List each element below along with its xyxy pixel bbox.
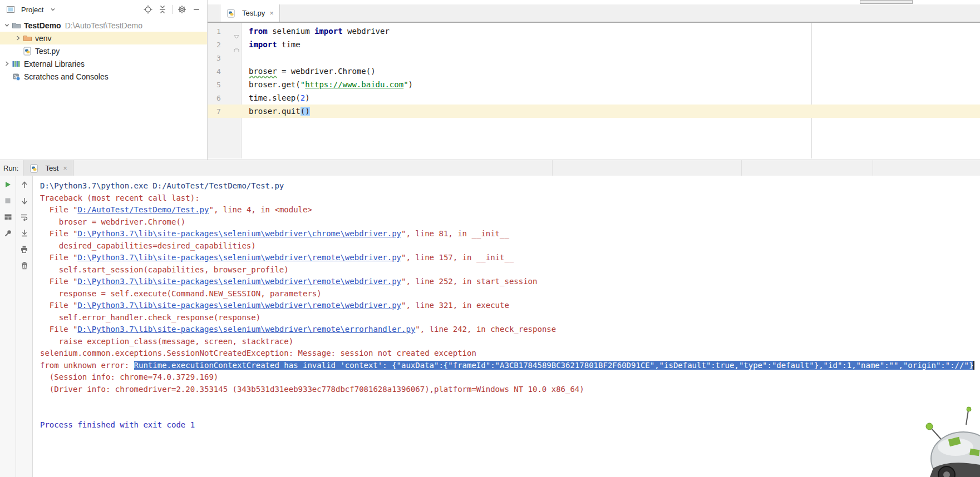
tree-item-external-libraries[interactable]: External Libraries [0,57,207,70]
console-text: desired_capabilities=desired_capabilitie… [40,241,256,250]
tab-test-py[interactable]: Test.py × [220,4,280,22]
console-line: File "D:\Python3.7\lib\site-packages\sel… [40,252,980,264]
console-text: Process finished with exit code 1 [40,420,195,429]
up-stack-trace-button[interactable] [18,180,31,192]
hide-icon[interactable] [191,4,202,15]
code-text: from selenium import webdriver [242,27,390,36]
line-number: 4 [216,67,221,76]
console-output[interactable]: D:\Python3.7\python.exe D:/AutoTest/Test… [33,176,980,477]
python-file-icon [22,47,32,56]
restore-layout-button[interactable] [2,212,14,224]
chevron-down-icon[interactable] [47,4,58,15]
chev-right[interactable] [2,61,11,67]
console-text: raise exception_class(message, screen, s… [40,337,293,346]
console-line: File "D:\Python3.7\lib\site-packages\sel… [40,228,980,240]
locate-icon[interactable] [142,4,154,15]
code-line-2[interactable]: 2import time [208,38,980,51]
trash-icon [21,261,28,272]
code-line-5[interactable]: 5broser.get("https://www.baidu.com") [208,78,980,91]
clear-all-button[interactable] [18,260,31,272]
text-caret [973,361,974,370]
console-text: ", line 242, in check_response [415,325,556,334]
settings-icon[interactable] [176,4,188,15]
run-toolbar-main [0,176,16,477]
stack-trace-link[interactable]: D:/AutoTest/TestDemo/Test.py [77,205,209,214]
rerun-button[interactable] [2,180,14,192]
soft-wrap-button[interactable] [18,212,31,224]
stop-icon [4,197,12,207]
gutter-cell[interactable]: 2 [208,41,242,49]
stack-trace-link[interactable]: D:\Python3.7\lib\site-packages\selenium\… [77,277,401,286]
gutter-cell[interactable]: 7 [208,107,242,116]
down-stack-trace-button[interactable] [18,196,31,208]
code-line-1[interactable]: 1from selenium import webdriver [208,24,980,38]
gutter-cell[interactable]: 5 [208,81,242,89]
stack-trace-link[interactable]: D:\Python3.7\lib\site-packages\selenium\… [77,301,401,310]
folder-gray-icon [11,21,21,30]
project-tool-window: Project TestDemoD:\AutoTest\TestDemovenv… [0,0,208,160]
tree-item-testdemo[interactable]: TestDemoD:\AutoTest\TestDemo [0,19,207,32]
code-line-4[interactable]: 4broser = webdriver.Chrome() [208,64,980,78]
tree-item-test-py[interactable]: Test.py [0,44,207,57]
line-number: 7 [216,107,221,116]
scrollbar-thumb[interactable] [860,0,913,4]
run-panel-label: Run: [0,160,23,176]
collapse-all-icon[interactable] [157,4,168,15]
project-panel-header: Project [0,0,207,19]
gutter-cell[interactable]: 6 [208,94,242,102]
run-tab-label: Test [45,164,58,172]
project-path: D:\AutoTest\TestDemo [65,21,142,30]
gutter-cell[interactable]: 4 [208,67,242,76]
line-number: 2 [216,41,221,49]
console-text: selenium.common.exceptions.SessionNotCre… [40,349,476,357]
play-icon [4,181,12,191]
console-line: Traceback (most recent call last): [40,192,980,205]
console-line: File "D:\Python3.7\lib\site-packages\sel… [40,300,980,312]
tree-item-venv[interactable]: venv [0,32,207,44]
stack-trace-link[interactable]: D:\Python3.7\lib\site-packages\selenium\… [77,229,401,238]
close-icon[interactable]: × [63,164,67,172]
arrow-down-icon [21,197,28,207]
run-tab-test[interactable]: Test × [23,160,73,176]
console-line: (Driver info: chromedriver=2.20.353145 (… [40,384,980,396]
code-text: broser.get("https://www.baidu.com") [242,80,413,89]
code-editor[interactable]: 1from selenium import webdriver2import t… [208,23,980,158]
code-line-7[interactable]: 7broser.quit() [208,105,980,118]
stack-trace-link[interactable]: D:\Python3.7\lib\site-packages\selenium\… [77,253,401,262]
console-text: (Session info: chrome=74.0.3729.169) [40,372,218,381]
arrow-up-icon [21,181,28,191]
console-text: ", line 4, in <module> [209,205,312,214]
code-line-6[interactable]: 6time.sleep(2) [208,91,980,105]
chev-down[interactable] [2,22,11,28]
console-text: Traceback (most recent call last): [40,193,200,202]
line-number: 6 [216,94,221,102]
console-line: File "D:/AutoTest/TestDemo/Test.py", lin… [40,204,980,216]
console-line: self.start_session(capabilities, browser… [40,264,980,276]
console-text: File " [40,229,77,238]
line-number: 3 [216,54,221,62]
tree-item-scratches-and-consoles[interactable]: Scratches and Consoles [0,70,207,83]
line-number: 5 [216,81,221,89]
pin-tab-button[interactable] [2,228,14,240]
line-number: 1 [216,27,221,36]
close-icon[interactable]: × [269,9,274,17]
project-tree: TestDemoD:\AutoTest\TestDemovenvTest.pyE… [0,19,207,83]
gutter-cell[interactable]: 1 [208,27,242,36]
python-file-icon [29,164,39,173]
console-text: ", line 157, in __init__ [401,253,514,262]
console-text: File " [40,205,77,214]
chev-right[interactable] [13,35,22,41]
scratches-icon [11,72,21,81]
gutter-cell[interactable]: 3 [208,54,242,62]
selected-text[interactable]: Runtime.executionContextCreated has inva… [134,361,974,370]
editor-tab-label: Test.py [242,9,265,17]
stack-trace-link[interactable]: D:\Python3.7\lib\site-packages\selenium\… [77,325,415,334]
code-line-3[interactable]: 3 [208,51,980,64]
print-button[interactable] [18,244,31,256]
editor-area: Test.py × 1from selenium import webdrive… [208,0,980,160]
project-panel-title: Project [21,6,43,14]
run-toolbar-console [16,176,33,477]
console-text: File " [40,277,77,286]
scroll-to-end-button[interactable] [18,228,31,240]
stop-button[interactable] [2,196,14,208]
